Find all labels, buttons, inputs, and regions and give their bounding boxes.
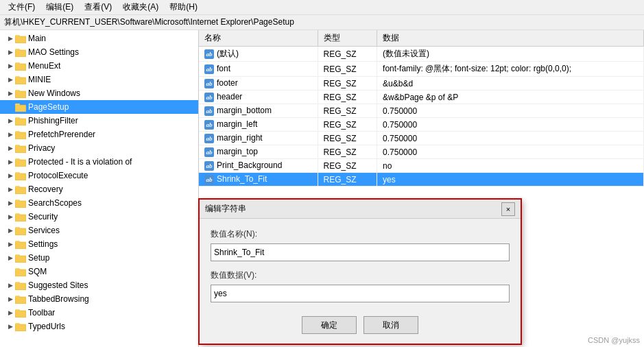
watermark: CSDN @yujkss	[588, 336, 640, 344]
tree-item-label: PhishingFilter	[28, 116, 78, 125]
tree-item[interactable]: Services	[0, 224, 198, 237]
folder-icon	[15, 294, 26, 304]
svg-rect-10	[15, 62, 20, 64]
tree-item[interactable]: ProtocolExecute	[0, 169, 198, 182]
svg-rect-14	[15, 76, 20, 78]
folder-icon	[15, 143, 26, 153]
tree-item[interactable]: MAO Settings	[0, 45, 198, 59]
folder-icon	[15, 75, 26, 84]
svg-rect-73	[15, 283, 26, 290]
table-row[interactable]: ab(默认)REG_SZ(数值未设置)	[199, 47, 644, 62]
svg-rect-74	[15, 282, 20, 284]
menu-edit[interactable]: 编辑(E)	[40, 0, 79, 14]
cancel-button[interactable]: 取消	[363, 316, 418, 334]
tree-arrow-icon	[5, 253, 15, 263]
menu-help[interactable]: 帮助(H)	[164, 0, 203, 14]
tree-item[interactable]: SearchScopes	[0, 196, 198, 210]
tree-item[interactable]: Protected - It is a violation of	[0, 155, 198, 169]
cell-name: abPrint_Background	[199, 159, 318, 173]
tree-item[interactable]: SQM	[0, 265, 198, 278]
svg-rect-6	[15, 49, 20, 51]
reg-type-icon: ab	[204, 64, 214, 74]
tree-item-label: Recovery	[28, 184, 63, 194]
tree-item[interactable]: Suggested Sites	[0, 278, 198, 292]
svg-rect-9	[15, 64, 26, 71]
registry-table: 名称 类型 数据 ab(默认)REG_SZ(数值未设置)abfontREG_SZ…	[199, 30, 644, 187]
folder-icon	[15, 308, 26, 318]
folder-icon	[15, 280, 26, 290]
table-row[interactable]: abfooterREG_SZ&u&b&d	[199, 77, 644, 91]
cell-name: abmargin_top	[199, 145, 318, 159]
cell-data: no	[377, 159, 644, 173]
menu-favorites[interactable]: 收藏夹(A)	[117, 0, 164, 14]
cell-name: abfont	[199, 62, 318, 77]
table-row[interactable]: abmargin_leftREG_SZ0.750000	[199, 118, 644, 132]
menu-file[interactable]: 文件(F)	[3, 0, 40, 14]
folder-icon	[15, 61, 26, 71]
ok-button[interactable]: 确定	[302, 316, 357, 334]
table-row[interactable]: abmargin_topREG_SZ0.750000	[199, 145, 644, 159]
tree-arrow-icon	[5, 212, 15, 222]
svg-rect-49	[15, 201, 26, 208]
cell-name: abShrink_To_Fit	[199, 173, 318, 187]
table-row[interactable]: abheaderREG_SZ&w&bPage &p of &P	[199, 91, 644, 104]
table-row[interactable]: abfontREG_SZfont-family: @黑体; font-size:…	[199, 62, 644, 77]
data-input[interactable]	[211, 285, 510, 302]
svg-rect-22	[15, 104, 20, 106]
tree-arrow-icon	[5, 239, 15, 249]
cell-type: REG_SZ	[318, 91, 377, 104]
svg-rect-17	[15, 91, 26, 98]
tree-item[interactable]: TabbedBrowsing	[0, 292, 198, 306]
tree-item[interactable]: TypedUrls	[0, 320, 198, 333]
table-row[interactable]: abmargin_bottomREG_SZ0.750000	[199, 104, 644, 118]
svg-rect-57	[15, 228, 26, 235]
tree-item[interactable]: Setup	[0, 251, 198, 265]
folder-icon	[15, 34, 26, 43]
folder-icon	[15, 157, 26, 167]
cell-name: abmargin_left	[199, 118, 318, 132]
tree-item-label: Protected - It is a violation of	[28, 157, 132, 167]
tree-item[interactable]: MenuExt	[0, 59, 198, 73]
table-row[interactable]: abPrint_BackgroundREG_SZno	[199, 159, 644, 173]
svg-rect-53	[15, 215, 26, 222]
cell-type: REG_SZ	[318, 145, 377, 159]
svg-rect-2	[15, 35, 20, 37]
tree-item[interactable]: PageSetup	[0, 100, 198, 114]
tree-arrow-icon	[5, 75, 15, 84]
tree-item[interactable]: Settings	[0, 237, 198, 251]
name-input[interactable]	[211, 243, 510, 261]
menu-view[interactable]: 查看(V)	[79, 0, 117, 14]
tree-item-label: PageSetup	[28, 102, 69, 112]
svg-rect-78	[15, 296, 20, 298]
col-header-data: 数据	[377, 30, 644, 47]
folder-icon	[15, 171, 26, 180]
table-row[interactable]: abmargin_rightREG_SZ0.750000	[199, 132, 644, 145]
tree-item[interactable]: MINIE	[0, 73, 198, 86]
menu-bar: 文件(F) 编辑(E) 查看(V) 收藏夹(A) 帮助(H)	[0, 0, 644, 15]
folder-icon	[15, 47, 26, 57]
tree-item[interactable]: Recovery	[0, 182, 198, 196]
svg-rect-66	[15, 254, 20, 256]
tree-item[interactable]: Toolbar	[0, 306, 198, 320]
cell-name: abmargin_right	[199, 132, 318, 145]
tree-item[interactable]: Privacy	[0, 141, 198, 155]
tree-item[interactable]: Security	[0, 210, 198, 224]
tree-item[interactable]: PrefetchPrerender	[0, 128, 198, 141]
tree-item-label: MINIE	[28, 75, 51, 84]
svg-rect-50	[15, 200, 20, 202]
tree-item[interactable]: New Windows	[0, 86, 198, 100]
tree-item[interactable]: Main	[0, 32, 198, 45]
folder-icon	[15, 212, 26, 222]
dialog-close-button[interactable]: ×	[501, 202, 515, 216]
registry-tree[interactable]: Main MAO Settings MenuExt MINIE New Wind…	[0, 30, 198, 347]
svg-rect-33	[15, 146, 26, 153]
col-header-name: 名称	[199, 30, 318, 47]
tree-item-label: TabbedBrowsing	[28, 294, 89, 304]
tree-arrow-icon	[5, 34, 15, 43]
tree-arrow-icon	[5, 61, 15, 71]
tree-item[interactable]: PhishingFilter	[0, 114, 198, 128]
tree-item-label: TypedUrls	[28, 322, 65, 331]
table-row[interactable]: abShrink_To_FitREG_SZyes	[199, 173, 644, 187]
tree-arrow-icon	[5, 143, 15, 153]
tree-arrow-icon	[5, 294, 15, 304]
